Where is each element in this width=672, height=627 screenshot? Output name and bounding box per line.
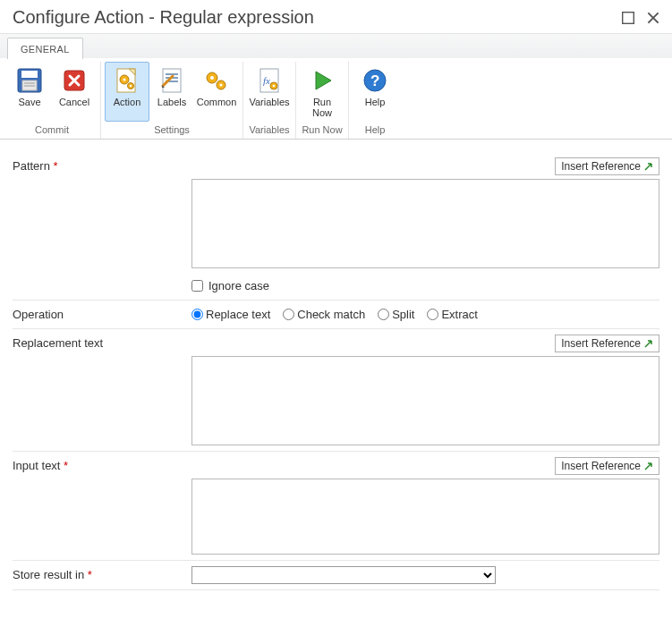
action-button[interactable]: Action (105, 62, 149, 122)
ribbon-group-settings: Action Labels (101, 62, 243, 139)
operation-radios: Replace text Check match Split Extract (191, 306, 659, 323)
insert-reference-replacement[interactable]: Insert Reference (555, 335, 659, 352)
replacement-label: Replacement text (13, 335, 191, 350)
reference-arrow-icon (644, 162, 653, 171)
ribbon-group-commit: Save Cancel Commit (4, 62, 101, 139)
variables-icon: fx (255, 66, 284, 95)
input-text-input[interactable] (191, 479, 659, 555)
pattern-input[interactable] (191, 179, 659, 268)
labels-button[interactable]: Labels (149, 62, 194, 122)
group-label-settings: Settings (105, 122, 239, 139)
operation-label: Operation (13, 306, 191, 321)
svg-rect-0 (623, 12, 634, 23)
input-text-label: Input text * (13, 457, 191, 472)
svg-point-10 (123, 78, 125, 80)
radio-extract[interactable]: Extract (427, 308, 477, 321)
window-controls (622, 12, 659, 24)
reference-arrow-icon (644, 339, 653, 348)
cancel-icon (60, 66, 89, 95)
row-pattern: Pattern * Insert Reference Ignore case (13, 152, 659, 301)
run-now-button[interactable]: Run Now (300, 62, 345, 122)
svg-marker-26 (316, 72, 331, 89)
group-label-runnow: Run Now (300, 122, 345, 139)
ignore-case-checkbox[interactable] (191, 280, 203, 292)
ribbon-group-runnow: Run Now Run Now (296, 62, 349, 139)
radio-replace-text[interactable]: Replace text (191, 308, 270, 321)
title-bar: Configure Action - Regular expression (0, 0, 672, 33)
ignore-case-label[interactable]: Ignore case (208, 279, 269, 292)
store-result-select[interactable] (191, 566, 496, 584)
svg-point-21 (219, 83, 222, 86)
ribbon-group-help: ? Help Help (349, 62, 401, 139)
help-icon: ? (361, 66, 389, 95)
save-icon (15, 66, 44, 95)
group-label-variables: Variables (247, 122, 292, 139)
replacement-input[interactable] (191, 356, 659, 445)
labels-icon (157, 66, 186, 95)
help-button[interactable]: ? Help (353, 62, 397, 122)
variables-button[interactable]: fx Variables (247, 62, 292, 122)
row-input-text: Input text * Insert Reference (13, 452, 659, 561)
action-icon (113, 66, 141, 95)
play-icon (308, 66, 336, 95)
cancel-button[interactable]: Cancel (52, 62, 97, 122)
radio-check-match[interactable]: Check match (283, 308, 365, 321)
svg-point-25 (273, 85, 276, 88)
svg-point-12 (130, 85, 132, 87)
group-label-help: Help (353, 122, 397, 139)
close-button[interactable] (647, 12, 659, 24)
svg-rect-13 (163, 69, 181, 92)
row-replacement: Replacement text Insert Reference (13, 329, 659, 452)
maximize-button[interactable] (622, 12, 634, 24)
insert-reference-input-text[interactable]: Insert Reference (555, 457, 659, 475)
svg-text:?: ? (370, 72, 379, 89)
reference-arrow-icon (644, 462, 653, 470)
ribbon-group-variables: fx Variables Variables (243, 62, 296, 139)
row-store-result: Store result in * (13, 561, 659, 590)
ribbon-container: GENERAL Save (0, 33, 672, 140)
insert-reference-pattern[interactable]: Insert Reference (555, 157, 659, 175)
save-button[interactable]: Save (7, 62, 52, 122)
common-button[interactable]: Common (194, 62, 239, 122)
window-title: Configure Action - Regular expression (13, 7, 314, 28)
tab-general[interactable]: GENERAL (7, 38, 83, 59)
row-operation: Operation Replace text Check match Split… (13, 301, 659, 329)
group-label-commit: Commit (7, 122, 97, 139)
store-result-label: Store result in * (13, 566, 191, 581)
pattern-label: Pattern * (13, 157, 191, 173)
ribbon-tabstrip: GENERAL (0, 33, 672, 58)
svg-rect-2 (21, 71, 38, 78)
radio-split[interactable]: Split (378, 308, 414, 321)
common-icon (202, 66, 231, 95)
ribbon: Save Cancel Commit (0, 58, 672, 139)
svg-text:fx: fx (263, 75, 270, 86)
svg-point-19 (210, 76, 214, 80)
form-body: Pattern * Insert Reference Ignore case O… (0, 140, 672, 594)
